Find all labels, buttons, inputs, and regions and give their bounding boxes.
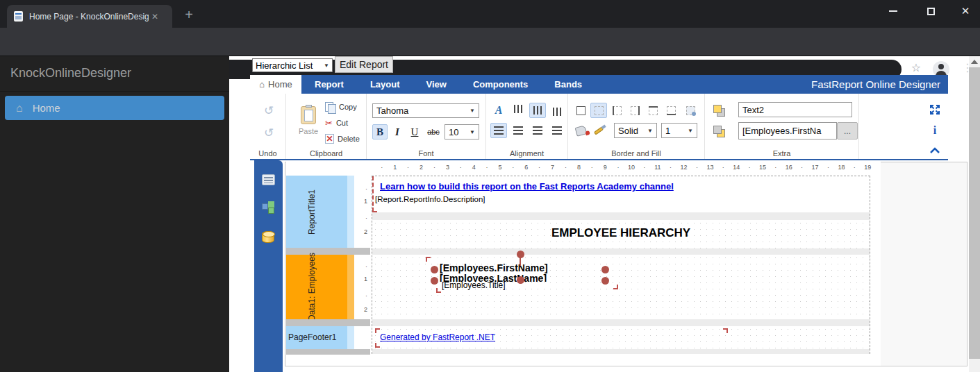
line-style-select[interactable]: Solid ▼ [614, 123, 657, 138]
brush-button[interactable] [590, 123, 607, 138]
paste-button[interactable]: Paste [296, 101, 321, 141]
window-maximize-button[interactable] [915, 0, 947, 22]
line-width-select[interactable]: 1 ▼ [661, 123, 697, 138]
align-justify-button[interactable] [549, 123, 565, 138]
app-sidebar: KnockOnlineDesigner ⌂ Home [0, 56, 229, 372]
chevron-up-icon [930, 147, 940, 153]
info-button[interactable]: i [927, 123, 942, 138]
window-minimize-button[interactable] [877, 0, 909, 22]
selection-handle[interactable] [517, 276, 524, 284]
description-field[interactable]: [Report.ReportInfo.Description] [375, 195, 485, 203]
browser-tab[interactable]: Home Page - KnockOnlineDesign ✕ [7, 5, 172, 28]
footer-link[interactable]: Generated by FastReport .NET [380, 332, 495, 342]
font-color-button[interactable]: A [490, 103, 507, 118]
fullscreen-button[interactable] [927, 102, 942, 117]
align-left-icon [494, 126, 504, 135]
border-none-button[interactable] [590, 103, 607, 118]
ruler-dot: · [506, 164, 520, 171]
object-corner-marker [613, 285, 618, 289]
menu-tab-view[interactable]: View [413, 75, 460, 94]
border-all-button[interactable] [572, 103, 589, 118]
valign-center-button[interactable] [529, 103, 546, 118]
report-tree-icon[interactable] [262, 203, 275, 214]
delete-button[interactable]: ✕ Delete [325, 133, 365, 145]
report-title-object[interactable]: EMPLOYEE HIERARCHY [372, 220, 870, 248]
selection-handle[interactable] [517, 251, 524, 258]
selection-handle[interactable] [431, 266, 438, 273]
tab-close-icon[interactable]: ✕ [151, 12, 158, 22]
font-family-select[interactable]: Tahoma ▼ [372, 103, 479, 118]
ruler-dot: · [716, 164, 730, 171]
band-header-data[interactable]: Data1: Employees [286, 255, 347, 319]
border-top-button[interactable] [645, 103, 661, 118]
page-footer-area[interactable]: Generated by FastReport .NET [372, 326, 870, 349]
band-separator[interactable] [286, 349, 370, 355]
band-stripe [347, 176, 354, 248]
selection-handle[interactable] [431, 277, 438, 285]
selection-handle[interactable] [601, 266, 609, 273]
window-close-button[interactable]: ✕ [949, 0, 980, 22]
font-size-select[interactable]: 10 ▼ [445, 124, 479, 140]
collapse-ribbon-button[interactable] [927, 144, 942, 156]
first-name-field[interactable]: [Employees.FirstName] [440, 262, 548, 273]
menu-tab-home[interactable]: ⌂ Home [250, 75, 301, 94]
bring-to-front-icon [713, 105, 724, 116]
align-left-button[interactable] [490, 123, 507, 138]
title-field[interactable]: [Employees.Title] [442, 280, 506, 290]
scrollbar-thumb[interactable] [969, 67, 980, 359]
ruler-mark: 8 [572, 164, 585, 171]
academy-link[interactable]: Learn how to build this report on the Fa… [380, 181, 674, 192]
undo-button[interactable]: ↺ [261, 103, 276, 118]
valign-top-button[interactable] [510, 103, 526, 118]
border-bottom-button[interactable] [663, 103, 679, 118]
fill-color-button[interactable] [572, 123, 589, 138]
scroll-up-icon[interactable] [971, 60, 978, 64]
border-properties-button[interactable] [682, 103, 699, 118]
data-source-icon[interactable] [262, 231, 274, 243]
align-right-button[interactable] [529, 123, 546, 138]
bring-to-front-button[interactable] [711, 103, 727, 118]
group-alignment: A Alignment [486, 94, 568, 159]
report-title-text[interactable]: EMPLOYEE HIERARCHY [372, 220, 870, 240]
border-right-button[interactable] [626, 103, 643, 118]
align-center-button[interactable] [510, 123, 526, 138]
data-band-area[interactable]: [Employees.FirstName] [Employees.LastNam… [372, 255, 870, 319]
copy-button[interactable]: Copy [325, 101, 365, 113]
paste-clipboard-icon [301, 106, 316, 124]
menu-tab-layout[interactable]: Layout [357, 75, 413, 94]
sidebar-item-home[interactable]: ⌂ Home [5, 96, 224, 120]
group-label-undo: Undo [250, 149, 285, 158]
report-template-select[interactable]: Hierarchic List ▼ [252, 58, 333, 72]
send-to-back-button[interactable] [711, 124, 727, 139]
edit-report-button[interactable]: Edit Report [335, 56, 393, 73]
band-separator[interactable] [286, 319, 370, 326]
italic-button[interactable]: I [390, 124, 405, 140]
selection-handle[interactable] [601, 277, 609, 285]
bold-button[interactable]: B [372, 124, 388, 140]
strikethrough-button[interactable]: abc [424, 124, 442, 140]
band-header-reporttitle[interactable]: ReportTitle1 [286, 176, 347, 248]
menu-tab-report[interactable]: Report [301, 75, 357, 94]
ruler-mark: 1 [364, 198, 367, 205]
border-left-button[interactable] [608, 103, 625, 118]
menu-tab-components[interactable]: Components [460, 75, 541, 94]
valign-bottom-button[interactable] [549, 103, 565, 118]
ruler-dot: · [611, 164, 625, 171]
title-text-object[interactable]: Learn how to build this report on the Fa… [372, 176, 869, 212]
new-tab-button[interactable]: + [179, 6, 199, 25]
bookmark-star-icon[interactable]: ☆ [907, 61, 925, 74]
band-header-pagefooter[interactable]: PageFooter1 [286, 326, 347, 349]
expression-more-button[interactable]: ... [837, 122, 858, 140]
group-clipboard: Paste Copy ✂ Cut ✕ Delete Clipboard [286, 94, 367, 159]
page-scrollbar[interactable] [969, 56, 980, 372]
menu-tab-bands[interactable]: Bands [541, 75, 595, 94]
expression-input[interactable]: [Employees.FirstNa [738, 122, 837, 140]
object-name-input[interactable]: Text2 [738, 102, 852, 117]
cut-button[interactable]: ✂ Cut [325, 117, 365, 129]
band-separator[interactable] [286, 248, 370, 255]
underline-button[interactable]: U [407, 124, 422, 140]
designer-menubar: ⌂ Home ReportLayoutViewComponentsBands F… [250, 75, 948, 94]
redo-button[interactable]: ↻ [261, 125, 276, 140]
ruler-dot: · [821, 164, 835, 171]
properties-panel-icon[interactable] [262, 174, 275, 185]
